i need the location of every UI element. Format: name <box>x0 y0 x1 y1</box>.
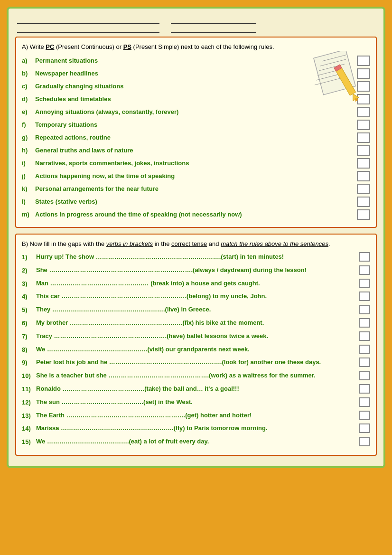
rule-label-11: l) <box>22 197 35 207</box>
rule-label-7: h) <box>22 146 35 155</box>
sentence-answer-box-11[interactable] <box>359 397 370 407</box>
rule-text-3: Schedules and timetables <box>35 94 354 104</box>
sentence-num-10: 11) <box>22 384 36 395</box>
sentence-item-10: 11) Ronaldo ………………………………….(take) the bal… <box>22 384 370 395</box>
section-a-mid: (Present Continuous) or <box>54 43 123 50</box>
answer-box-8[interactable] <box>357 158 370 169</box>
pencil-illustration <box>308 51 370 103</box>
rule-text-5: Temporary situations <box>35 120 354 130</box>
rule-text-11: States (stative verbs) <box>35 197 354 207</box>
sentence-num-13: 14) <box>22 423 36 434</box>
rule-item-11: l) States (stative verbs) <box>22 197 370 207</box>
sentence-item-8: 9) Peter lost his job and he ……………………………… <box>22 357 370 368</box>
sentence-text-11: The sun ………………………………….(set) in the West. <box>36 397 357 407</box>
sentence-answer-box-0[interactable] <box>359 252 370 262</box>
sentence-num-9: 10) <box>22 371 36 381</box>
sentence-answer-box-1[interactable] <box>359 265 370 275</box>
pc-label: PC <box>46 43 54 50</box>
sentence-item-11: 12) The sun ………………………………….(set) in the W… <box>22 397 370 408</box>
section-b-title: B) Now fill in the gaps with the verbs i… <box>22 239 370 249</box>
date-field <box>169 16 256 24</box>
sentence-item-3: 4) This car …………………………………………………….(belong… <box>22 292 370 302</box>
sentence-item-5: 6) My brother ……………………………………………….(fix) h… <box>22 318 370 329</box>
answer-box-12[interactable] <box>357 209 370 220</box>
section-b-prefix: B) Now fill in the gaps with the <box>22 240 106 247</box>
mark-input-line[interactable] <box>171 25 256 33</box>
sentence-text-7: We ………………………………………….(visit) our grandpar… <box>36 345 357 355</box>
section-b-box: B) Now fill in the gaps with the verbs i… <box>15 234 377 456</box>
rule-item-7: h) General truths and laws of nature <box>22 145 370 156</box>
rule-label-3: d) <box>22 94 35 104</box>
sentence-answer-box-5[interactable] <box>359 318 370 328</box>
sentence-answer-box-13[interactable] <box>359 423 370 433</box>
sentence-num-14: 15) <box>22 437 36 447</box>
sentence-text-12: The Earth ………………………………………………….(get) hott… <box>36 411 357 421</box>
sentence-item-4: 5) They ……………………………………………….(live) in Gre… <box>22 305 370 315</box>
sentence-num-1: 2) <box>22 265 36 276</box>
sentence-text-4: They ……………………………………………….(live) in Greece… <box>36 305 357 315</box>
sentence-answer-box-3[interactable] <box>359 292 370 301</box>
sentence-text-13: Marissa ……………………………………………….(fly) to Pari… <box>36 423 357 433</box>
sentence-answer-box-12[interactable] <box>359 411 370 420</box>
sentence-num-8: 9) <box>22 357 36 368</box>
sentence-answer-box-8[interactable] <box>359 357 370 367</box>
sentence-answer-box-10[interactable] <box>359 384 370 394</box>
rule-item-8: i) Narratives, sports commentaries, joke… <box>22 158 370 169</box>
form-row-2 <box>15 25 377 33</box>
answer-box-7[interactable] <box>357 145 370 156</box>
sentence-answer-box-7[interactable] <box>359 345 370 354</box>
rule-label-12: m) <box>22 210 35 219</box>
main-container: A) Write PC (Present Continuous) or PS (… <box>7 7 385 468</box>
sentences-list: 1) Hurry up! The show ………………………………………………… <box>22 252 370 447</box>
sentence-answer-box-14[interactable] <box>359 437 370 446</box>
sentence-item-14: 15) We ………………………………….(eat) a lot of frui… <box>22 437 370 447</box>
rule-label-0: a) <box>22 56 35 66</box>
sentence-text-10: Ronaldo ………………………………….(take) the ball an… <box>36 384 357 394</box>
answer-box-9[interactable] <box>357 171 370 181</box>
rule-item-5: f) Temporary situations <box>22 120 370 130</box>
ps-label: PS <box>123 43 131 50</box>
rule-text-0: Permanent situations <box>35 56 354 66</box>
sentence-answer-box-2[interactable] <box>359 279 370 288</box>
sentence-num-7: 8) <box>22 345 36 355</box>
teacher-input-line[interactable] <box>17 25 159 33</box>
name-input-line[interactable] <box>17 16 159 24</box>
sentence-item-7: 8) We ………………………………………….(visit) our grand… <box>22 345 370 355</box>
rule-label-8: i) <box>22 159 35 168</box>
sentence-num-3: 4) <box>22 292 36 302</box>
sentence-text-5: My brother ……………………………………………….(fix) his … <box>36 318 357 328</box>
teacher-field <box>15 25 159 33</box>
rule-label-1: b) <box>22 69 35 78</box>
answer-box-4[interactable] <box>357 107 370 117</box>
answer-box-5[interactable] <box>357 120 370 130</box>
section-a-box: A) Write PC (Present Continuous) or PS (… <box>15 37 377 228</box>
sentence-text-9: She is a teacher but she ………………………………………… <box>36 371 357 381</box>
form-row-1 <box>15 16 377 24</box>
verbs-in-brackets: verbs in brackets <box>106 240 153 247</box>
rule-label-2: c) <box>22 82 35 91</box>
rule-label-9: j) <box>22 171 35 181</box>
sentence-item-9: 10) She is a teacher but she ……………………………… <box>22 371 370 381</box>
rule-text-2: Gradually changing situations <box>35 82 354 91</box>
sentence-item-6: 7) Tracy ……………………………………………….(have) balle… <box>22 331 370 342</box>
name-field <box>15 16 159 24</box>
answer-box-11[interactable] <box>357 197 370 207</box>
rule-item-4: e) Annoying situations (always, constant… <box>22 107 370 117</box>
sentence-item-1: 2) She …………………………………………………………….(always /… <box>22 265 370 276</box>
section-a-prefix: A) Write <box>22 43 46 50</box>
rule-text-12: Actions in progress around the time of s… <box>35 210 354 219</box>
sentence-answer-box-6[interactable] <box>359 331 370 341</box>
sentence-item-2: 3) Man ………………………………………… (break into) a h… <box>22 279 370 289</box>
answer-box-10[interactable] <box>357 184 370 194</box>
sentence-answer-box-4[interactable] <box>359 305 370 314</box>
rule-text-10: Personal arrangements for the near futur… <box>35 184 354 194</box>
sentence-answer-box-9[interactable] <box>359 371 370 380</box>
rule-item-9: j) Actions happening now, at the time of… <box>22 171 370 181</box>
rule-text-4: Annoying situations (always, constantly,… <box>35 107 354 117</box>
rule-label-5: f) <box>22 120 35 130</box>
sentence-num-12: 13) <box>22 411 36 421</box>
date-input-line[interactable] <box>171 16 256 24</box>
answer-box-6[interactable] <box>357 132 370 143</box>
sentence-text-0: Hurry up! The show …………………………………………………….… <box>36 252 357 262</box>
sentence-num-0: 1) <box>22 252 36 263</box>
